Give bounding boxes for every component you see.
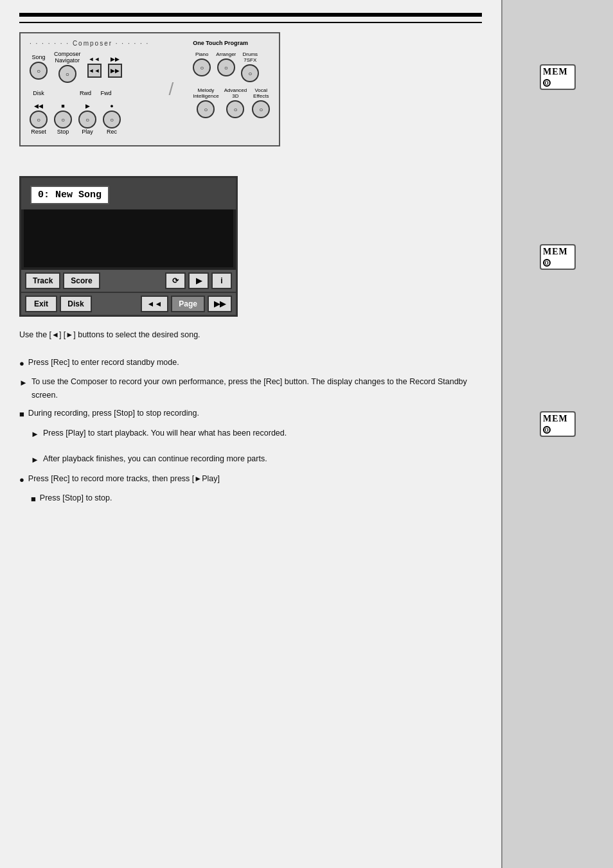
empty-label bbox=[54, 90, 72, 96]
main-content: · · · · · · · Composer · · · · · · Song … bbox=[0, 0, 501, 868]
right-sidebar: MEMO MEMO MEMO bbox=[501, 0, 613, 868]
advanced3d-label: Advanced3D bbox=[224, 87, 247, 99]
play1-bullet-text: To use the Composer to record your own p… bbox=[31, 375, 482, 402]
play-button[interactable]: ○ bbox=[78, 111, 96, 128]
lcd-song-area: 0: New Song bbox=[21, 178, 236, 209]
melody-label: MelodyIntelligence bbox=[193, 87, 218, 99]
arranger-label: Arranger bbox=[216, 51, 236, 57]
composer-right: One Touch Program Piano ○ Arranger ○ Dru… bbox=[193, 40, 270, 118]
section-line bbox=[19, 22, 482, 23]
play2-bullet-symbol: ► bbox=[31, 427, 39, 441]
memo-badge-2: MEMO bbox=[540, 244, 576, 270]
play-icon-label: ▶ bbox=[85, 103, 90, 109]
continue-bullet-text: After playback finishes, you can continu… bbox=[43, 452, 267, 466]
composer-left: · · · · · · · Composer · · · · · · Song … bbox=[30, 40, 149, 139]
vocal-label: VocalEffects bbox=[253, 87, 269, 99]
exit-button[interactable]: Exit bbox=[25, 296, 57, 312]
fwd-sub-label: Fwd bbox=[99, 90, 113, 96]
divider-slash: / bbox=[168, 79, 173, 100]
memo2-label: MEMO bbox=[543, 247, 573, 267]
rwd-label: ◄◄ bbox=[89, 56, 100, 62]
song-button[interactable]: ○ bbox=[30, 62, 48, 80]
memo-badge-3: MEMO bbox=[540, 411, 576, 437]
disk-label: Disk bbox=[30, 90, 48, 96]
reset-button[interactable]: ○ bbox=[30, 111, 48, 128]
play-inline-icon: ► bbox=[194, 474, 202, 483]
stop-label: Stop bbox=[57, 128, 69, 135]
melody-button[interactable]: ○ bbox=[197, 100, 215, 118]
composer-row2: ◀◀ ○ Reset ■ ○ Stop ▶ ○ Play bbox=[30, 103, 149, 136]
memo-badge-1: MEMO bbox=[540, 64, 576, 90]
bullet-play2: ► Press [Play] to start playback. You wi… bbox=[31, 427, 482, 441]
vocal-button[interactable]: ○ bbox=[252, 100, 270, 118]
otp-row1-buttons: Piano ○ Arranger ○ Drums7SFX ○ bbox=[193, 51, 270, 82]
reset-label: Reset bbox=[31, 128, 46, 135]
navigator-btn-group: ComposerNavigator ○ bbox=[54, 51, 81, 83]
fwd-btn-group: ▶▶ ▶▶ bbox=[108, 56, 122, 78]
fwd-label: ▶▶ bbox=[111, 56, 120, 62]
otp-title: One Touch Program bbox=[193, 40, 270, 46]
rec-label: Rec bbox=[107, 128, 117, 135]
stop-bullet-symbol: ■ bbox=[19, 407, 24, 421]
melody-btn-group: MelodyIntelligence ○ bbox=[193, 87, 218, 118]
rec-bullet-symbol: ● bbox=[19, 357, 24, 370]
rec-bullet-text: Press [Rec] to enter record standby mode… bbox=[28, 356, 179, 370]
composer-dots: · · · · · · · Composer · · · · · · bbox=[30, 40, 149, 47]
navigator-label: ComposerNavigator bbox=[54, 51, 81, 64]
memo2-container: MEMO bbox=[540, 244, 576, 270]
score-button[interactable]: Score bbox=[63, 272, 100, 289]
bullet-continue: ► After playback finishes, you can conti… bbox=[31, 452, 482, 466]
bullet-more-rec: ● Press [Rec] to record more tracks, the… bbox=[19, 472, 482, 486]
reset-icon-label: ◀◀ bbox=[34, 103, 43, 109]
left-arrow-icon: ◄ bbox=[51, 330, 59, 339]
memo1-label: MEMO bbox=[543, 67, 573, 87]
play1-bullet-symbol: ► bbox=[19, 376, 28, 402]
song-btn-group: Song ○ bbox=[30, 54, 48, 80]
rec-icon-label: ● bbox=[110, 103, 113, 109]
fwd-button[interactable]: ▶▶ bbox=[108, 64, 122, 78]
stop-btn-group: ■ ○ Stop bbox=[54, 103, 72, 136]
rec-btn-group: ● ○ Rec bbox=[103, 103, 121, 136]
composer-panel: · · · · · · · Composer · · · · · · Song … bbox=[19, 32, 280, 146]
composer-row1: Song ○ ComposerNavigator ○ ◄◄ ◄◄ ▶▶ ▶▶ bbox=[30, 51, 149, 83]
lcd-fwd-button[interactable]: ▶▶ bbox=[208, 296, 232, 312]
piano-button[interactable]: ○ bbox=[193, 58, 211, 76]
stop-button[interactable]: ○ bbox=[54, 111, 72, 128]
body-text: Use the [◄] [►] buttons to select the de… bbox=[19, 328, 482, 506]
drums-button[interactable]: ○ bbox=[241, 64, 259, 82]
bullet-play1: ► To use the Composer to record your own… bbox=[19, 375, 482, 402]
piano-label: Piano bbox=[195, 51, 208, 57]
rec-button[interactable]: ○ bbox=[103, 111, 121, 128]
more-rec-bullet-text: Press [Rec] to record more tracks, then … bbox=[28, 472, 220, 486]
bullet-final-stop: ■ Press [Stop] to stop. bbox=[31, 492, 482, 506]
rwd-btn-group: ◄◄ ◄◄ bbox=[87, 56, 102, 78]
info-button[interactable]: i bbox=[211, 272, 232, 289]
play2-bullet-text: Press [Play] to start playback. You will… bbox=[43, 427, 287, 441]
page-button[interactable]: Page bbox=[171, 296, 205, 312]
stop-bullet-text: During recording, press [Stop] to stop r… bbox=[28, 407, 199, 421]
final-stop-symbol: ■ bbox=[31, 492, 36, 506]
drums-btn-group: Drums7SFX ○ bbox=[241, 51, 259, 82]
vocal-btn-group: VocalEffects ○ bbox=[252, 87, 270, 118]
disk-button[interactable]: Disk bbox=[60, 296, 92, 312]
top-border bbox=[19, 13, 482, 17]
arranger-button[interactable]: ○ bbox=[217, 58, 235, 76]
advanced3d-button[interactable]: ○ bbox=[226, 100, 244, 118]
final-stop-text: Press [Stop] to stop. bbox=[40, 492, 112, 506]
loop-button[interactable]: ⟳ bbox=[165, 272, 186, 289]
rwd-button[interactable]: ◄◄ bbox=[87, 64, 102, 78]
track-button[interactable]: Track bbox=[25, 272, 60, 289]
sub-labels-row1: Disk Rwd Fwd bbox=[30, 90, 149, 96]
lcd-section: 0: New Song Track Score ⟳ ▶ i Exit Disk … bbox=[19, 176, 482, 317]
lcd-rwd-button[interactable]: ◄◄ bbox=[141, 296, 169, 312]
otp-row2-buttons: MelodyIntelligence ○ Advanced3D ○ VocalE… bbox=[193, 87, 270, 118]
bullet-rec: ● Press [Rec] to enter record standby mo… bbox=[19, 356, 482, 370]
stop-icon-label: ■ bbox=[61, 103, 64, 109]
navigator-button[interactable]: ○ bbox=[58, 65, 76, 83]
song-label: Song bbox=[31, 54, 45, 60]
drums-label: Drums7SFX bbox=[243, 51, 258, 63]
arranger-btn-group: Arranger ○ bbox=[216, 51, 236, 82]
lcd-play-button[interactable]: ▶ bbox=[188, 272, 209, 289]
more-rec-bullet-symbol: ● bbox=[19, 473, 24, 486]
lcd-btn-row2: Exit Disk ◄◄ Page ▶▶ bbox=[21, 292, 236, 315]
